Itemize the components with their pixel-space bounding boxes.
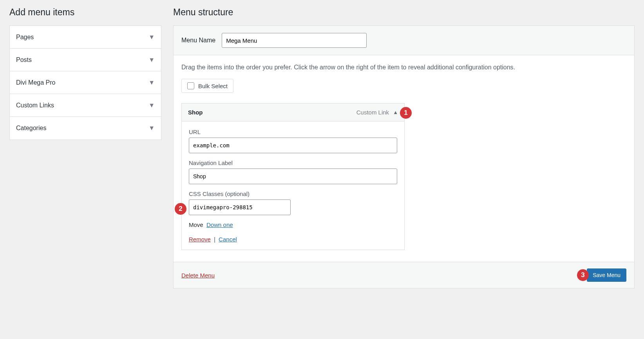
cancel-link[interactable]: Cancel [219,236,237,243]
delete-menu-link[interactable]: Delete Menu [181,272,215,279]
chevron-down-icon: ▼ [148,79,155,86]
chevron-down-icon: ▼ [148,56,155,63]
menu-header: Menu Name [174,26,634,55]
menu-item-shop: 1 Shop Custom Link ▲ URL [181,103,405,250]
accordion-item-divi-mega-pro[interactable]: Divi Mega Pro ▼ [10,71,161,94]
url-input[interactable] [189,138,397,153]
move-down-link[interactable]: Down one [206,221,233,228]
menu-editor: Menu Name Drag the items into the order … [173,25,635,288]
annotation-badge-2: 2 [175,203,186,215]
accordion-item-posts[interactable]: Posts ▼ [10,49,161,71]
nav-label-label: Navigation Label [189,160,397,166]
menu-name-input[interactable] [222,33,367,48]
css-classes-label: CSS Classes (optional) [189,190,397,197]
annotation-badge-3: 3 [577,269,589,281]
accordion-label: Pages [16,34,34,41]
url-label: URL [189,129,397,135]
save-menu-button[interactable]: Save Menu [587,268,626,282]
remove-link[interactable]: Remove [189,236,211,243]
menu-item-type: Custom Link ▲ [356,109,398,116]
menu-item-bar[interactable]: Shop Custom Link ▲ [181,103,405,121]
menu-name-label: Menu Name [181,37,215,44]
separator: | [214,236,215,243]
accordion-label: Custom Links [16,102,54,109]
chevron-down-icon: ▼ [148,125,155,132]
instructions-text: Drag the items into the order you prefer… [181,64,626,71]
accordion-item-custom-links[interactable]: Custom Links ▼ [10,94,161,117]
add-items-accordion: Pages ▼ Posts ▼ Divi Mega Pro ▼ Custom L… [9,25,161,140]
annotation-badge-1: 1 [400,107,412,119]
accordion-label: Categories [16,125,46,132]
menu-item-title: Shop [188,109,203,116]
bulk-select-label: Bulk Select [198,83,228,89]
css-classes-input[interactable] [189,199,291,215]
add-menu-items-heading: Add menu items [9,7,161,18]
chevron-down-icon: ▼ [148,34,155,41]
accordion-item-categories[interactable]: Categories ▼ [10,117,161,140]
menu-item-settings: URL Navigation Label 2 CSS Classes (opti… [181,121,405,250]
menu-footer: Delete Menu 3 Save Menu [174,262,634,288]
menu-structure-heading: Menu structure [173,7,635,18]
chevron-up-icon: ▲ [393,109,398,115]
nav-label-input[interactable] [189,169,397,184]
bulk-select-checkbox[interactable] [187,82,194,89]
chevron-down-icon: ▼ [148,102,155,109]
menu-item-type-label: Custom Link [356,109,389,116]
bulk-select-toggle[interactable]: Bulk Select [181,79,233,93]
move-label: Move [189,221,203,228]
accordion-item-pages[interactable]: Pages ▼ [10,26,161,49]
accordion-label: Posts [16,56,32,63]
accordion-label: Divi Mega Pro [16,79,55,86]
